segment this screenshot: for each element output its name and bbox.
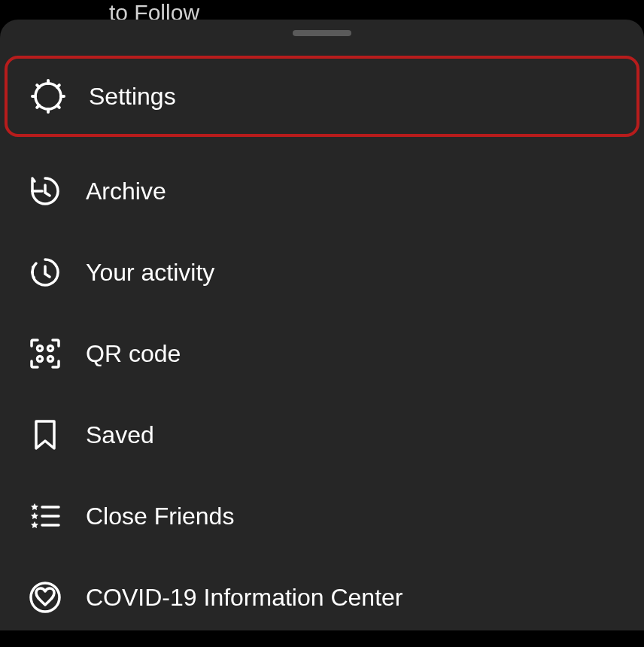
svg-point-8 [31,583,59,612]
svg-point-3 [32,276,35,279]
heart-circle-icon [26,578,65,617]
menu-item-saved[interactable]: Saved [5,394,639,475]
menu-item-label: COVID-19 Information Center [86,584,403,612]
menu-item-close-friends[interactable]: Close Friends [5,475,639,557]
svg-point-5 [48,346,53,351]
menu-item-label: Archive [86,178,166,205]
svg-point-6 [38,357,43,362]
activity-icon [26,253,65,292]
drag-handle[interactable] [293,30,351,36]
menu-item-qr-code[interactable]: QR code [5,313,639,394]
bottom-sheet: Settings Archive [0,20,644,647]
menu-item-archive[interactable]: Archive [5,150,639,232]
settings-icon [29,77,68,116]
menu-item-label: Your activity [86,259,214,287]
menu-item-label: QR code [86,340,181,368]
archive-icon [26,172,65,211]
menu-item-label: Saved [86,421,154,449]
menu-list: Settings Archive [0,48,644,638]
close-friends-icon [26,497,65,536]
svg-point-7 [48,357,53,362]
menu-item-label: Settings [89,83,176,111]
svg-point-1 [32,266,35,269]
menu-item-settings[interactable]: Settings [5,56,639,137]
svg-point-4 [38,346,43,351]
bottom-bar [0,630,644,647]
qr-code-icon [26,334,65,373]
svg-point-2 [31,271,34,274]
menu-item-your-activity[interactable]: Your activity [5,232,639,313]
saved-icon [26,415,65,454]
menu-item-label: Close Friends [86,503,234,530]
menu-item-covid-info[interactable]: COVID-19 Information Center [5,557,639,638]
